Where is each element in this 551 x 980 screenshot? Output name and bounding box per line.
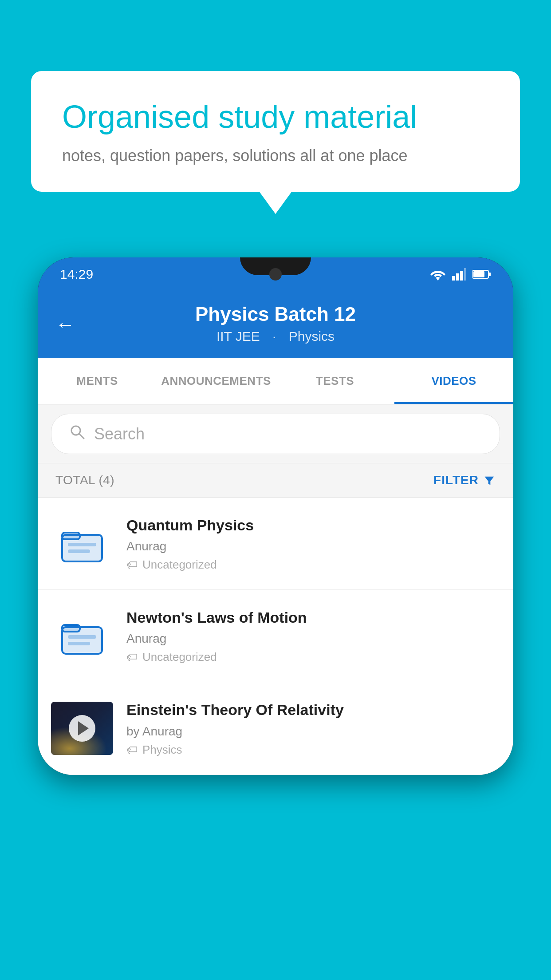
video-title-2: Newton's Laws of Motion: [126, 608, 500, 627]
video-thumbnail-3: [51, 702, 113, 755]
header-title: Physics Batch 12: [195, 303, 356, 325]
video-title-3: Einstein's Theory Of Relativity: [126, 700, 500, 719]
video-author-3: by Anurag: [126, 724, 500, 739]
video-author-1: Anurag: [126, 539, 500, 553]
phone-frame: 14:29: [38, 257, 513, 775]
video-title-1: Quantum Physics: [126, 515, 500, 535]
search-icon: [69, 424, 85, 444]
video-info-2: Newton's Laws of Motion Anurag 🏷 Uncateg…: [126, 608, 500, 664]
tab-videos[interactable]: VIDEOS: [394, 358, 513, 404]
tag-icon-1: 🏷: [126, 558, 138, 572]
speech-bubble: Organised study material notes, question…: [31, 71, 520, 192]
svg-rect-20: [68, 642, 90, 645]
svg-rect-11: [62, 533, 80, 539]
svg-rect-17: [62, 625, 80, 632]
camera-notch: [269, 268, 282, 281]
phone-container: 14:29: [38, 257, 513, 980]
search-bar-container: Search: [38, 405, 513, 463]
tab-ments[interactable]: MENTS: [38, 358, 157, 404]
svg-rect-3: [464, 268, 466, 281]
svg-rect-2: [460, 271, 463, 281]
tab-tests[interactable]: TESTS: [276, 358, 394, 404]
filter-icon: [483, 474, 496, 486]
svg-rect-14: [68, 549, 90, 553]
status-icons: [430, 268, 491, 281]
svg-rect-5: [488, 273, 491, 276]
folder-icon: [60, 614, 104, 658]
svg-rect-13: [68, 543, 96, 546]
video-thumbnail-1: [51, 517, 113, 570]
svg-rect-6: [473, 271, 484, 277]
header-subtitle: IIT JEE · Physics: [212, 329, 339, 344]
battery-icon: [472, 269, 491, 280]
header-subtitle-physics: Physics: [289, 329, 335, 344]
video-info-3: Einstein's Theory Of Relativity by Anura…: [126, 700, 500, 756]
tag-icon-3: 🏷: [126, 743, 138, 757]
search-placeholder: Search: [94, 425, 145, 443]
search-input-wrapper[interactable]: Search: [51, 414, 500, 454]
video-author-2: Anurag: [126, 632, 500, 646]
status-bar: 14:29: [38, 257, 513, 291]
tag-icon-2: 🏷: [126, 650, 138, 664]
header-subtitle-iit: IIT JEE: [216, 329, 260, 344]
video-tag-1: 🏷 Uncategorized: [126, 558, 500, 572]
tabs-bar: MENTS ANNOUNCEMENTS TESTS VIDEOS: [38, 358, 513, 405]
video-tag-2: 🏷 Uncategorized: [126, 650, 500, 664]
svg-rect-19: [68, 635, 96, 639]
video-thumbnail-2: [51, 609, 113, 663]
filter-bar: TOTAL (4) FILTER: [38, 463, 513, 498]
svg-rect-1: [456, 273, 459, 281]
svg-line-8: [79, 434, 84, 439]
back-button[interactable]: ←: [55, 313, 75, 336]
bubble-subtitle: notes, question papers, solutions all at…: [62, 146, 489, 165]
header-subtitle-sep: ·: [272, 329, 280, 344]
total-count: TOTAL (4): [55, 473, 114, 487]
signal-icon: [452, 268, 466, 281]
tab-announcements[interactable]: ANNOUNCEMENTS: [157, 358, 276, 404]
app-header: ← Physics Batch 12 IIT JEE · Physics: [38, 291, 513, 358]
video-info-1: Quantum Physics Anurag 🏷 Uncategorized: [126, 515, 500, 572]
speech-bubble-section: Organised study material notes, question…: [31, 71, 520, 192]
play-triangle-icon: [78, 721, 89, 735]
play-button[interactable]: [69, 715, 95, 742]
video-thumb-image: [51, 702, 113, 755]
bubble-title: Organised study material: [62, 98, 489, 136]
video-tag-3: 🏷 Physics: [126, 743, 500, 757]
list-item[interactable]: Einstein's Theory Of Relativity by Anura…: [38, 682, 513, 775]
status-time: 14:29: [60, 267, 93, 282]
svg-rect-0: [452, 276, 455, 281]
filter-button[interactable]: FILTER: [433, 473, 496, 487]
video-list: Quantum Physics Anurag 🏷 Uncategorized: [38, 498, 513, 775]
wifi-icon: [430, 268, 446, 281]
folder-icon: [60, 522, 104, 566]
filter-label: FILTER: [433, 473, 479, 487]
list-item[interactable]: Quantum Physics Anurag 🏷 Uncategorized: [38, 498, 513, 590]
list-item[interactable]: Newton's Laws of Motion Anurag 🏷 Uncateg…: [38, 590, 513, 682]
